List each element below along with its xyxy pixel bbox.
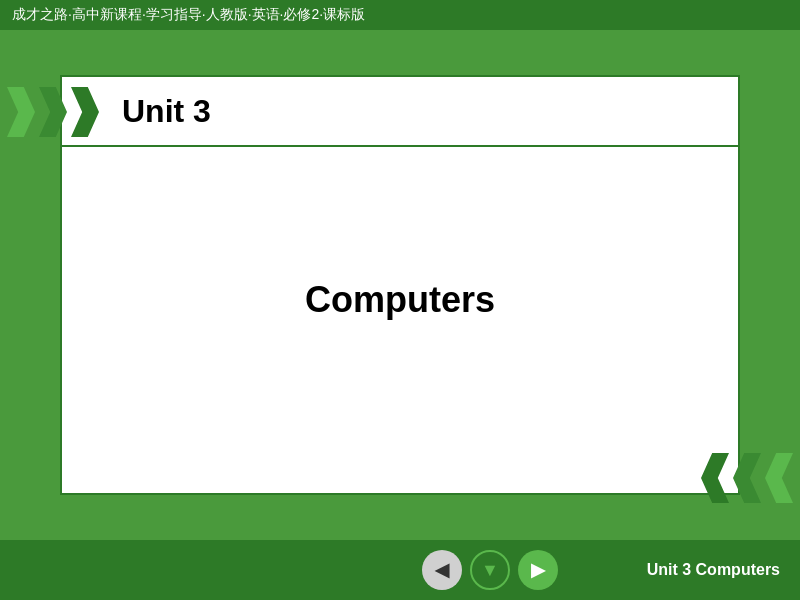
main-area: Unit 3 Computers (0, 30, 800, 540)
header-title: 成才之路·高中新课程·学习指导·人教版·英语·必修2·课标版 (12, 6, 365, 24)
bottom-label: Unit 3 Computers (647, 561, 780, 579)
nav-buttons: ◀ ▼ ▶ (422, 550, 558, 590)
nav-container: ◀ ▼ ▶ (333, 550, 646, 590)
header-bar: 成才之路·高中新课程·学习指导·人教版·英语·必修2·课标版 (0, 0, 800, 30)
main-title: Computers (305, 279, 495, 321)
unit-title: Unit 3 (122, 93, 211, 130)
chevron-right-2 (733, 453, 761, 503)
bottom-bar: ◀ ▼ ▶ Unit 3 Computers (0, 540, 800, 600)
chevron-right-1 (701, 453, 729, 503)
right-chevrons (701, 453, 793, 503)
prev-button[interactable]: ◀ (422, 550, 462, 590)
home-button[interactable]: ▼ (470, 550, 510, 590)
chevron-left-1 (7, 87, 35, 137)
content-box: Unit 3 Computers (60, 75, 740, 495)
chevron-right-3 (765, 453, 793, 503)
next-button[interactable]: ▶ (518, 550, 558, 590)
unit-header: Unit 3 (62, 77, 738, 147)
